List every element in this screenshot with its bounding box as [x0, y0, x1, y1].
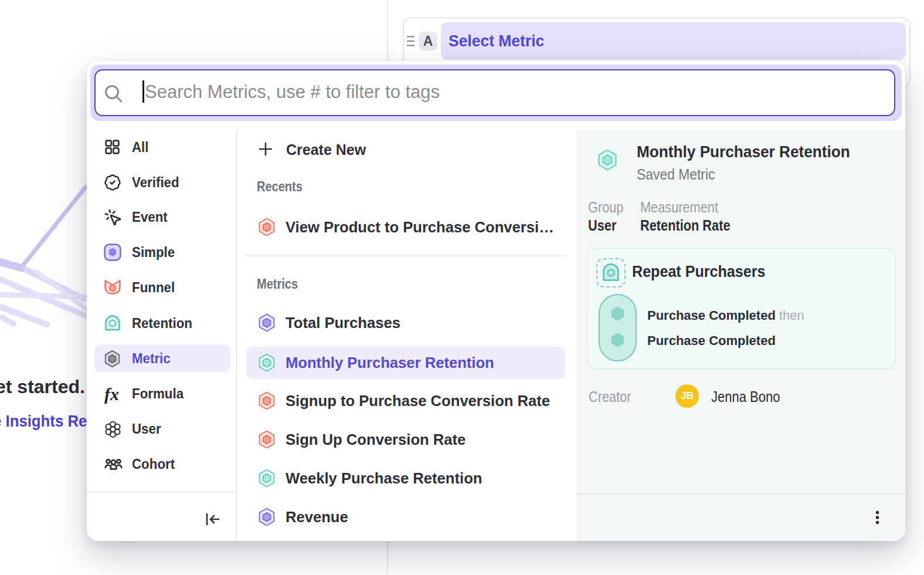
- svg-text:fx: fx: [104, 385, 119, 404]
